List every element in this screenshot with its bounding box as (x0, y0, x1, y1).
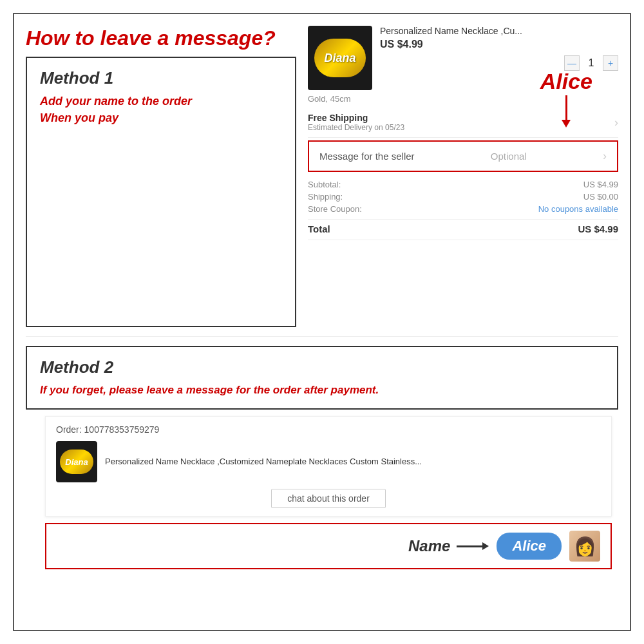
separator-1 (26, 336, 618, 337)
left-column: How to leave a message? Method 1 Add you… (26, 26, 296, 327)
arrow-line (457, 545, 482, 547)
product-info: Personalized Name Necklace ,Cu... US $4.… (380, 26, 618, 71)
shipping-cost-value: US $0.00 (583, 192, 618, 202)
alice-bubble: Alice (497, 533, 562, 560)
title-row: How to leave a message? Method 1 Add you… (26, 26, 618, 327)
order-product-name: Personalized Name Necklace ,Customized N… (105, 456, 601, 468)
avatar: 👩 (569, 531, 600, 562)
shipping-sub: Estimated Delivery on 05/23 (308, 123, 404, 132)
product-name: Personalized Name Necklace ,Cu... (380, 26, 618, 36)
top-section: How to leave a message? Method 1 Add you… (26, 26, 618, 327)
order-product-row: Diana Personalized Name Necklace ,Custom… (56, 441, 601, 482)
arrow-shaft (565, 95, 567, 120)
coupon-label: Store Coupon: (308, 204, 362, 214)
total-row: Total US $4.99 (308, 219, 618, 234)
total-value: US $4.99 (578, 223, 618, 234)
chat-btn-row: chat about this order (56, 489, 601, 508)
message-optional: Optional (491, 151, 527, 162)
shipping-label: Free Shipping (308, 113, 404, 123)
order-label: Order: (56, 424, 82, 435)
right-column: Diana Personalized Name Necklace ,Cu... … (308, 26, 618, 240)
method1-title: Method 1 (40, 68, 282, 88)
order-card: Order: 100778353759279 Diana Personalize… (45, 416, 612, 516)
subtotal-row: Subtotal: US $4.99 (308, 180, 618, 189)
alice-label: Alice (540, 69, 592, 94)
avatar-image: 👩 (569, 531, 600, 562)
message-seller-label: Message for the seller (319, 151, 415, 162)
pricing-table: Subtotal: US $4.99 Shipping: US $0.00 St… (308, 175, 618, 240)
quantity-increase-button[interactable]: + (603, 55, 618, 71)
name-arrow-group: Name (408, 537, 489, 555)
method1-box: Method 1 Add your name to the order When… (26, 57, 296, 327)
method1-line1: Add your name to the order (40, 95, 192, 108)
shipping-info: Free Shipping Estimated Delivery on 05/2… (308, 113, 404, 132)
page-title: How to leave a message? (26, 26, 296, 50)
order-product-logo: Diana (60, 450, 93, 474)
shipping-cost-label: Shipping: (308, 192, 343, 202)
chat-about-order-button[interactable]: chat about this order (271, 489, 386, 508)
total-label: Total (308, 223, 330, 234)
right-arrow (457, 542, 489, 550)
main-container: How to leave a message? Method 1 Add you… (13, 13, 631, 631)
method1-line2: When you pay (40, 111, 118, 124)
method2-desc: If you forget, please leave a message fo… (40, 383, 604, 398)
product-logo: Diana (314, 39, 366, 77)
red-arrow (562, 95, 571, 128)
order-number-row: Order: 100778353759279 (56, 424, 601, 435)
method2-box: Method 2 If you forget, please leave a m… (26, 346, 618, 410)
order-product-image: Diana (56, 441, 97, 482)
subtotal-value: US $4.99 (583, 180, 618, 189)
subtotal-label: Subtotal: (308, 180, 341, 189)
message-chevron: › (603, 149, 607, 163)
shipping-cost-row: Shipping: US $0.00 (308, 192, 618, 202)
alice-message-box: Name Alice 👩 (45, 523, 612, 569)
order-number: 100778353759279 (84, 424, 160, 435)
shipping-chevron: › (614, 116, 618, 129)
arrow-right-head (482, 542, 489, 550)
coupon-row: Store Coupon: No coupons available (308, 204, 618, 214)
product-price: US $4.99 (380, 39, 618, 50)
alice-annotation: Alice (540, 69, 592, 128)
method1-desc: Add your name to the order When you pay (40, 93, 282, 126)
coupon-value[interactable]: No coupons available (538, 204, 618, 214)
arrow-head (562, 120, 571, 128)
name-label: Name (408, 537, 450, 555)
quantity-value: 1 (585, 57, 598, 69)
bottom-section: Method 2 If you forget, please leave a m… (26, 346, 618, 618)
message-seller-box[interactable]: Message for the seller Optional › (308, 140, 618, 172)
method2-title: Method 2 (40, 357, 604, 377)
product-image: Diana (308, 26, 372, 90)
